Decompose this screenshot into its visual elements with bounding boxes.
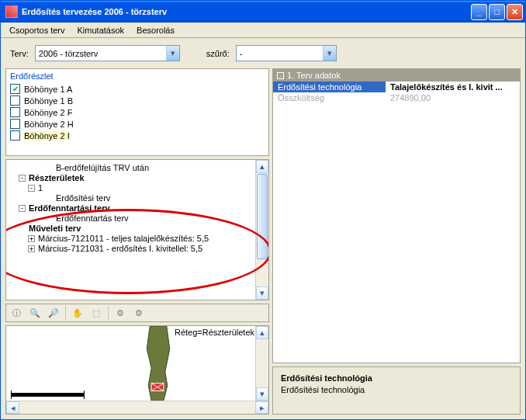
collapse-icon[interactable]: - — [277, 72, 284, 79]
chevron-down-icon[interactable]: ▾ — [166, 46, 179, 61]
tree-scrollbar[interactable]: ▴ ▾ — [255, 160, 268, 300]
map-layer-label: Réteg=Részterületek — [175, 328, 254, 337]
erdoreszlet-label: Böhönye 2 F — [24, 108, 72, 117]
tool-icon[interactable]: ⚙ — [112, 305, 129, 321]
extent-icon[interactable]: ⬚ — [88, 305, 105, 321]
scroll-left-icon[interactable]: ◂ — [6, 401, 19, 414]
grid-cell-value: Talajelőkészítés és I. kivit ... — [386, 82, 520, 92]
close-button[interactable]: ✕ — [507, 4, 523, 20]
tree-node[interactable]: +Március-7121031 - erdősítés I. kivitell… — [11, 244, 267, 254]
erdoreszlet-item[interactable]: Böhönye 2 F — [6, 106, 268, 118]
info-icon[interactable]: ⓘ — [8, 305, 25, 321]
map-panel[interactable]: Réteg=Részterületek 500 m, M=1:17610 ▴ ▾… — [5, 325, 269, 415]
erdoreszlet-item[interactable]: Böhönye 2 H — [6, 118, 268, 130]
collapse-icon[interactable]: - — [28, 185, 35, 192]
pan-icon[interactable]: ✋ — [69, 305, 86, 321]
checkbox-icon[interactable]: ✔ — [10, 84, 20, 94]
grid-cell-value: 274890,00 — [386, 92, 520, 103]
collapse-icon[interactable]: - — [19, 205, 26, 212]
scroll-down-icon[interactable]: ▾ — [256, 387, 268, 401]
terv-adatok-panel: - 1. Terv adatok Erdősítési technológia … — [272, 68, 521, 363]
erdoreszlet-item[interactable]: Böhönye 1 B — [6, 95, 268, 106]
scale-bar — [11, 393, 85, 397]
map-vscroll[interactable]: ▴ ▾ — [255, 326, 268, 401]
erdoreszlet-label: Böhönye 1 A — [24, 85, 72, 94]
erdoreszlet-heading: Erdőrészlet — [6, 69, 268, 83]
expand-icon[interactable]: + — [28, 235, 35, 242]
menubar: Csoportos terv Kimutatások Besorolás — [1, 23, 525, 38]
grid-cell-name: Összköltség — [273, 92, 386, 103]
tool-icon[interactable]: ⚙ — [130, 305, 147, 321]
window-title: Erdősítés tervezése 2006 - törzsterv — [22, 7, 167, 16]
erdoreszlet-item[interactable]: Böhönye 2 I — [6, 130, 268, 141]
grid-cell-name: Erdősítési technológia — [273, 82, 386, 92]
scroll-thumb[interactable] — [257, 174, 268, 259]
menu-besorolas[interactable]: Besorolás — [131, 24, 180, 36]
tree-node[interactable]: -1 — [11, 183, 267, 193]
maximize-button[interactable]: □ — [489, 4, 505, 20]
menu-kimutatasok[interactable]: Kimutatások — [72, 24, 130, 36]
detail-title: Erdősítési technológia — [281, 373, 512, 383]
zoom-out-icon[interactable]: 🔎 — [45, 305, 62, 321]
detail-text: Erdősítési technológia — [281, 385, 512, 394]
tree-node[interactable]: +Március-7121011 - teljes talajelőkészít… — [11, 234, 267, 244]
tree-panel: B-erdőfelújítás TRV után -Részterületek … — [5, 159, 269, 300]
titlebar: Erdősítés tervezése 2006 - törzsterv _ □… — [1, 1, 525, 23]
grid-row[interactable]: Összköltség 274890,00 — [273, 92, 520, 103]
zoom-in-icon[interactable]: 🔍 — [26, 305, 43, 321]
tree-node[interactable]: -Erdőfenntartási terv — [11, 203, 267, 213]
terv-value: 2006 - törzsterv — [36, 49, 166, 58]
map-hscroll[interactable]: ◂ ▸ — [6, 401, 268, 414]
map-toolbar: ⓘ 🔍 🔎 ✋ ⬚ ⚙ ⚙ — [5, 304, 269, 322]
scroll-right-icon[interactable]: ▸ — [255, 401, 268, 414]
checkbox-icon[interactable] — [10, 95, 20, 106]
erdoreszlet-label: Böhönye 2 H — [24, 120, 74, 129]
terv-label: Terv: — [10, 49, 29, 58]
tree-node[interactable]: B-erdőfelújítás TRV után — [11, 163, 267, 173]
expand-icon[interactable]: + — [28, 245, 35, 252]
tree-node[interactable]: Erdőfenntartás terv — [11, 213, 267, 224]
checkbox-icon[interactable] — [10, 130, 20, 141]
scroll-up-icon[interactable]: ▴ — [256, 160, 268, 173]
grid-row[interactable]: Erdősítési technológia Talajelőkészítés … — [273, 82, 520, 92]
szuro-label: szűrő: — [206, 49, 230, 58]
tree-node[interactable]: Műveleti terv — [11, 224, 267, 234]
minimize-button[interactable]: _ — [471, 4, 487, 20]
scroll-up-icon[interactable]: ▴ — [256, 326, 268, 339]
filter-bar: Terv: 2006 - törzsterv ▾ szűrő: - ▾ — [1, 38, 525, 68]
app-icon — [5, 5, 18, 18]
tree-node[interactable]: Erdősítési terv — [11, 193, 267, 203]
tree-node[interactable]: -Részterületek — [11, 173, 267, 183]
erdoreszlet-item[interactable]: ✔ Böhönye 1 A — [6, 83, 268, 95]
checkbox-icon[interactable] — [10, 107, 20, 117]
erdoreszlet-label: Böhönye 1 B — [24, 96, 73, 106]
terv-combo[interactable]: 2006 - törzsterv ▾ — [35, 45, 180, 61]
szuro-combo[interactable]: - ▾ — [236, 45, 337, 61]
detail-footer: Erdősítési technológia Erdősítési techno… — [272, 366, 521, 415]
divider — [108, 306, 109, 320]
menu-csoportos-terv[interactable]: Csoportos terv — [4, 24, 71, 36]
chevron-down-icon[interactable]: ▾ — [323, 46, 336, 61]
scroll-down-icon[interactable]: ▾ — [256, 286, 268, 300]
collapse-icon[interactable]: - — [19, 175, 26, 182]
szuro-value: - — [237, 49, 323, 58]
erdoreszlet-label: Böhönye 2 I — [24, 131, 70, 141]
checkbox-icon[interactable] — [10, 119, 20, 129]
divider — [65, 306, 66, 320]
erdoreszlet-panel: Erdőrészlet ✔ Böhönye 1 A Böhönye 1 B Bö… — [5, 68, 269, 156]
grid-heading[interactable]: - 1. Terv adatok — [273, 69, 520, 82]
